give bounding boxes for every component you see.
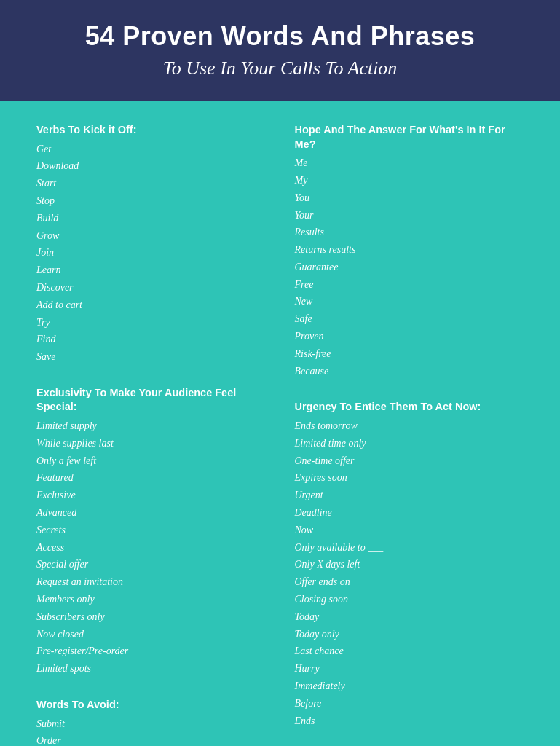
list-item: Order [36,732,266,746]
header: 54 Proven Words And Phrases To Use In Yo… [0,0,560,101]
list-item: Secrets [36,522,266,539]
list-item: Me [295,154,524,172]
list-item: Now closed [36,626,266,643]
list-item: Submit [36,715,266,733]
list-item: Returns results [295,241,524,259]
list-item: Results [295,224,524,241]
list-item: New [295,293,524,310]
section-list-verbs: GetDownloadStartStopBuildGrowJoinLearnDi… [36,141,266,366]
list-item: Learn [36,262,266,279]
left-column: Verbs To Kick it Off:GetDownloadStartSto… [36,123,280,746]
list-item: Limited supply [36,417,266,435]
section-verbs: Verbs To Kick it Off:GetDownloadStartSto… [36,123,266,366]
list-item: Expires soon [295,469,524,487]
list-item: Pre-register/Pre-order [36,643,266,660]
list-item: Find [36,331,266,348]
section-list-exclusivity: Limited supplyWhile supplies lastOnly a … [36,417,266,678]
list-item: While supplies last [36,435,266,452]
list-item: Guarantee [295,259,524,276]
list-item: Get [36,141,266,158]
list-item: Build [36,210,266,227]
list-item: Today [295,608,524,626]
list-item: Today only [295,626,524,643]
right-column: Hope And The Answer For What's In It For… [280,123,524,746]
section-exclusivity: Exclusivity To Make Your Audience Feel S… [36,386,266,678]
list-item: Download [36,157,266,175]
list-item: Only a few left [36,452,266,470]
list-item: Safe [295,310,524,328]
list-item: Your [295,207,524,224]
section-urgency: Urgency To Entice Them To Act Now:Ends t… [295,400,524,729]
list-item: Hurry [295,660,524,678]
list-item: Ends tomorrow [295,417,524,435]
list-item: Closing soon [295,591,524,608]
list-item: Limited time only [295,435,524,452]
list-item: Ends [295,712,524,730]
list-item: Limited spots [36,660,266,678]
list-item: Only X days left [295,556,524,573]
list-item: Offer ends on ___ [295,573,524,591]
list-item: Proven [295,328,524,345]
section-hope: Hope And The Answer For What's In It For… [295,123,524,380]
content-area: Verbs To Kick it Off:GetDownloadStartSto… [0,101,560,746]
list-item: Only available to ___ [295,539,524,557]
list-item: Discover [36,279,266,297]
list-item: Add to cart [36,297,266,314]
section-title-avoid: Words To Avoid: [36,698,266,712]
section-list-hope: MeMyYouYourResultsReturns resultsGuarant… [295,154,524,380]
section-title-urgency: Urgency To Entice Them To Act Now: [295,400,524,415]
list-item: You [295,189,524,207]
header-subtitle: To Use In Your Calls To Action [29,56,531,81]
list-item: Special offer [36,556,266,573]
list-item: My [295,172,524,189]
list-item: Access [36,539,266,557]
list-item: Risk-free [295,345,524,363]
list-item: Last chance [295,643,524,660]
section-title-exclusivity: Exclusivity To Make Your Audience Feel S… [36,386,266,415]
section-list-avoid: SubmitOrderOur/ours [36,715,266,746]
list-item: Grow [36,227,266,245]
list-item: Exclusive [36,487,266,504]
section-title-hope: Hope And The Answer For What's In It For… [295,123,524,152]
list-item: Join [36,244,266,262]
list-item: Subscribers only [36,608,266,626]
header-title: 54 Proven Words And Phrases [29,20,531,52]
list-item: Start [36,175,266,192]
list-item: Immediately [295,678,524,695]
list-item: Deadline [295,504,524,522]
list-item: Advanced [36,504,266,522]
list-item: Free [295,276,524,294]
section-title-verbs: Verbs To Kick it Off: [36,123,266,138]
list-item: Featured [36,469,266,487]
list-item: Because [295,363,524,380]
list-item: Request an invitation [36,573,266,591]
list-item: Urgent [295,487,524,504]
list-item: Stop [36,192,266,210]
list-item: Before [295,695,524,712]
section-avoid: Words To Avoid:SubmitOrderOur/ours [36,698,266,746]
list-item: Now [295,522,524,539]
list-item: Save [36,348,266,366]
section-list-urgency: Ends tomorrowLimited time onlyOne-time o… [295,417,524,729]
list-item: Members only [36,591,266,608]
list-item: One-time offer [295,452,524,470]
page: 54 Proven Words And Phrases To Use In Yo… [0,0,560,746]
list-item: Try [36,314,266,331]
